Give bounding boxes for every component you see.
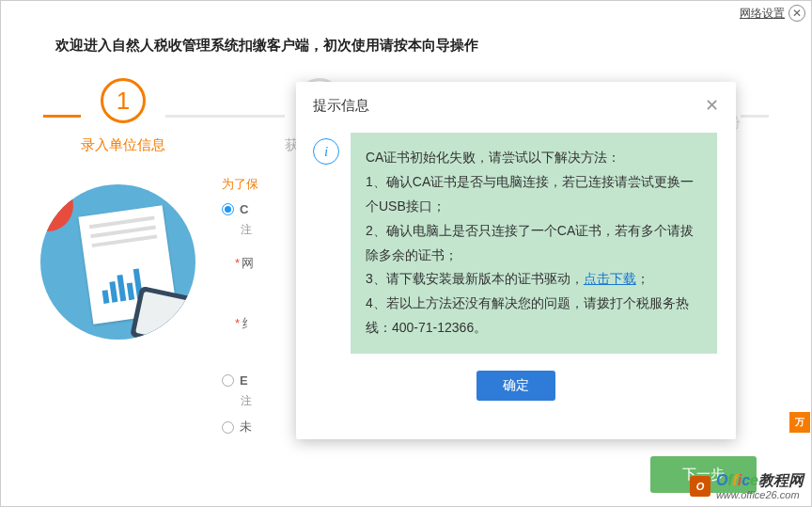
- option-label: 未: [240, 419, 252, 436]
- modal-title: 提示信息: [313, 97, 369, 115]
- msg-line: 3、请下载安装最新版本的证书驱动，点击下载；: [366, 267, 702, 292]
- step-line: [43, 115, 81, 118]
- step-label: 录入单位信息: [81, 136, 165, 154]
- ok-button[interactable]: 确定: [476, 371, 555, 401]
- msg-line: CA证书初始化失败，请尝试以下解决方法：: [366, 146, 702, 170]
- step-1[interactable]: 1 录入单位信息: [81, 78, 165, 154]
- close-icon[interactable]: ✕: [705, 95, 719, 116]
- radio-icon: [222, 421, 234, 434]
- radio-icon: [222, 203, 234, 215]
- step-line: [741, 115, 769, 118]
- step-number: 1: [101, 78, 146, 123]
- illustration: [40, 184, 195, 340]
- msg-line: 2、确认电脑上是否只连接了一个CA证书，若有多个请拔除多余的证书；: [366, 219, 702, 268]
- message-box: CA证书初始化失败，请尝试以下解决方法： 1、确认CA证书是否与电脑连接，若已连…: [351, 133, 717, 354]
- msg-line: 1、确认CA证书是否与电脑连接，若已连接请尝试更换一个USB接口；: [366, 170, 702, 219]
- watermark-title: Office教程网: [716, 472, 804, 489]
- welcome-heading: 欢迎进入自然人税收管理系统扣缴客户端，初次使用请按本向导操作: [55, 37, 478, 55]
- watermark: O Office教程网 www.office26.com: [690, 472, 804, 500]
- alert-modal: 提示信息 ✕ i CA证书初始化失败，请尝试以下解决方法： 1、确认CA证书是否…: [296, 82, 736, 439]
- wps-badge-icon[interactable]: 万: [789, 412, 810, 433]
- radio-icon: [222, 374, 234, 387]
- option-label: E: [240, 373, 248, 388]
- network-settings-link[interactable]: 网络设置: [740, 6, 785, 22]
- close-icon[interactable]: ✕: [789, 5, 805, 22]
- msg-line: 4、若以上方法还没有解决您的问题，请拨打个税服务热线：400-71-12366。: [366, 292, 702, 341]
- step-line: [165, 115, 285, 118]
- watermark-url: www.office26.com: [716, 489, 804, 500]
- logo-icon: O: [690, 476, 710, 497]
- option-label: C: [240, 202, 248, 216]
- info-icon: i: [313, 138, 339, 165]
- download-link[interactable]: 点击下载: [584, 271, 636, 286]
